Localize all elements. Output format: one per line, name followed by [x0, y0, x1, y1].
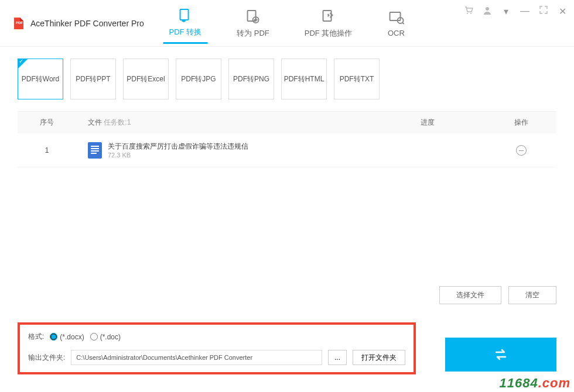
format-label: PDF转JPG	[181, 74, 216, 84]
select-file-button[interactable]: 选择文件	[439, 286, 501, 304]
watermark-suffix: .com	[538, 376, 570, 390]
tab-pdf-other[interactable]: PDF 其他操作	[299, 4, 358, 43]
radio-doc-label: (*.doc)	[100, 333, 121, 341]
format-row: 格式: (*.docx) (*.doc)	[28, 332, 405, 342]
format-label: PDF转Excel	[127, 74, 165, 84]
tab-label: 转为 PDF	[237, 28, 269, 39]
titlebar: PDF AceThinker PDF Converter Pro PDF 转换 …	[0, 0, 574, 47]
format-label: PDF转PNG	[233, 74, 269, 84]
row-op	[486, 145, 556, 156]
svg-rect-11	[91, 146, 99, 147]
header-file-label: 文件	[88, 118, 102, 126]
app-title: AceThinker PDF Converter Pro	[30, 19, 144, 28]
format-label: PDF转TXT	[340, 74, 374, 84]
header-file: 文件 任务数:1	[76, 118, 369, 128]
format-pdf-to-word[interactable]: PDF转Word	[18, 59, 63, 99]
radio-doc-input[interactable]	[90, 333, 98, 341]
svg-rect-13	[91, 150, 99, 152]
format-pdf-to-ppt[interactable]: PDF转PPT	[70, 59, 116, 99]
close-icon[interactable]: ✕	[556, 6, 568, 18]
app-logo-icon: PDF	[12, 16, 26, 30]
radio-docx-label: (*.docx)	[60, 333, 84, 341]
convert-button[interactable]	[445, 338, 556, 372]
folder-label: 输出文件夹:	[28, 353, 65, 363]
app-logo-wrap: PDF AceThinker PDF Converter Pro	[12, 16, 144, 30]
table-header: 序号 文件 任务数:1 进度 操作	[18, 112, 556, 133]
watermark: 11684.com	[499, 376, 570, 391]
mid-actions: 选择文件 清空	[439, 286, 556, 304]
tab-label: OCR	[388, 29, 405, 37]
svg-text:PDF: PDF	[16, 21, 23, 25]
format-pdf-to-html[interactable]: PDF转HTML	[281, 59, 327, 99]
radio-docx-input[interactable]	[50, 333, 57, 341]
tab-ocr[interactable]: OCR	[381, 4, 411, 42]
header-op: 操作	[486, 118, 556, 128]
convert-arrows-icon	[491, 345, 510, 364]
format-grid: PDF转Word PDF转PPT PDF转Excel PDF转JPG PDF转P…	[0, 47, 574, 111]
open-folder-button[interactable]: 打开文件夹	[353, 350, 405, 365]
format-pdf-to-png[interactable]: PDF转PNG	[228, 59, 274, 99]
pdf-other-icon	[320, 8, 337, 26]
tab-label: PDF 转换	[169, 27, 202, 37]
format-label: PDF转HTML	[284, 74, 324, 84]
watermark-text: 11684	[499, 376, 538, 390]
svg-rect-4	[323, 11, 332, 21]
to-pdf-icon	[244, 8, 262, 26]
output-folder-input[interactable]	[71, 350, 322, 365]
task-count: 任务数:1	[104, 118, 131, 126]
ocr-icon	[387, 9, 405, 26]
format-pdf-to-txt[interactable]: PDF转TXT	[334, 59, 380, 99]
svg-rect-1	[180, 9, 188, 20]
folder-row: 输出文件夹: ... 打开文件夹	[28, 350, 405, 365]
radio-doc[interactable]: (*.doc)	[90, 333, 121, 341]
svg-rect-14	[91, 153, 97, 154]
clear-button[interactable]: 清空	[508, 286, 556, 304]
svg-point-8	[470, 13, 472, 14]
cart-icon[interactable]	[463, 6, 474, 18]
svg-point-7	[467, 13, 468, 14]
tab-label: PDF 其他操作	[305, 28, 353, 39]
minimize-icon[interactable]: —	[519, 6, 531, 18]
remove-file-button[interactable]	[516, 145, 527, 156]
file-name: 关于百度搜索严厉打击虚假诈骗等违法违规信	[108, 142, 248, 152]
header-progress: 进度	[369, 118, 486, 128]
file-table: 序号 文件 任务数:1 进度 操作 1 关于百度搜索严厉打击虚假诈骗等违法违规信…	[18, 111, 556, 167]
svg-rect-12	[91, 148, 99, 149]
window-controls: ▾ — ✕	[463, 6, 568, 18]
row-index: 1	[18, 146, 76, 154]
svg-rect-5	[390, 12, 400, 20]
radio-docx[interactable]: (*.docx)	[50, 333, 84, 341]
file-size: 72.3 KB	[108, 152, 248, 159]
table-row: 1 关于百度搜索严厉打击虚假诈骗等违法违规信 72.3 KB	[18, 133, 556, 167]
top-nav: PDF 转换 转为 PDF PDF 其他操作 OCR	[163, 0, 411, 46]
tab-pdf-convert[interactable]: PDF 转换	[163, 2, 208, 44]
user-icon[interactable]	[481, 6, 493, 18]
file-meta: 关于百度搜索严厉打击虚假诈骗等违法违规信 72.3 KB	[108, 142, 248, 159]
format-pdf-to-excel[interactable]: PDF转Excel	[123, 59, 169, 99]
format-pdf-to-jpg[interactable]: PDF转JPG	[176, 59, 221, 99]
output-settings-box: 格式: (*.docx) (*.doc) 输出文件夹: ... 打开文件夹	[18, 322, 416, 374]
word-file-icon	[88, 142, 102, 159]
svg-point-9	[486, 7, 489, 11]
format-label: PDF转Word	[22, 74, 59, 84]
maximize-icon[interactable]	[538, 6, 549, 18]
format-label: 格式:	[28, 332, 44, 342]
format-label: PDF转PPT	[76, 74, 110, 84]
convert-icon	[176, 7, 194, 25]
file-cell: 关于百度搜索严厉打击虚假诈骗等违法违规信 72.3 KB	[76, 142, 369, 159]
tab-to-pdf[interactable]: 转为 PDF	[231, 4, 275, 43]
header-index: 序号	[18, 118, 76, 128]
browse-button[interactable]: ...	[328, 350, 347, 365]
dropdown-icon[interactable]: ▾	[500, 6, 512, 18]
